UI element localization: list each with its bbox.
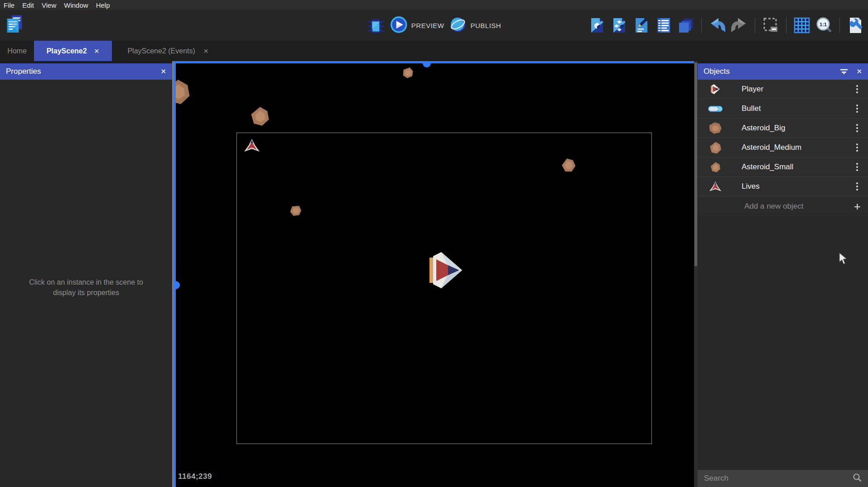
canvas-left-handle[interactable] bbox=[174, 281, 180, 289]
player-ship-icon bbox=[708, 82, 723, 96]
objects-close-icon[interactable]: ✕ bbox=[856, 67, 862, 76]
asteroid-instance[interactable] bbox=[289, 204, 302, 219]
layers-icon[interactable] bbox=[677, 16, 695, 34]
object-name: Player bbox=[742, 85, 854, 94]
canvas-vertical-scrollbar[interactable] bbox=[694, 61, 698, 487]
player-instance[interactable] bbox=[429, 250, 463, 292]
objects-search-input[interactable] bbox=[704, 474, 853, 483]
menu-window[interactable]: Window bbox=[64, 1, 88, 9]
tab-home-label: Home bbox=[7, 47, 27, 55]
scene-canvas[interactable]: 1164;239 bbox=[174, 61, 694, 487]
tab-bar: Home PlayScene2 ✕ PlayScene2 (Events) ✕ bbox=[0, 41, 868, 61]
asteroid-instance[interactable] bbox=[561, 158, 576, 175]
preview-button[interactable]: PREVIEW bbox=[391, 16, 444, 34]
toolbar-separator bbox=[786, 17, 786, 33]
menu-file[interactable]: File bbox=[4, 1, 14, 9]
objects-editor-icon[interactable] bbox=[588, 16, 606, 34]
object-row-asteroid-medium[interactable]: Asteroid_Medium bbox=[698, 138, 868, 158]
object-name: Asteroid_Small bbox=[742, 162, 854, 172]
menu-bar: File Edit View Window Help bbox=[0, 0, 868, 10]
preview-label: PREVIEW bbox=[411, 22, 444, 29]
publish-globe-icon bbox=[449, 16, 466, 34]
menu-edit[interactable]: Edit bbox=[22, 1, 34, 9]
tab-playscene2-events-label: PlayScene2 (Events) bbox=[127, 47, 195, 55]
object-row-asteroid-big[interactable]: Asteroid_Big bbox=[698, 119, 868, 138]
project-manager-icon[interactable] bbox=[5, 15, 24, 33]
scrollbar-thumb[interactable] bbox=[694, 62, 697, 266]
toolbar-separator bbox=[701, 17, 702, 33]
toolbar-separator bbox=[839, 17, 840, 33]
object-row-bullet[interactable]: Bullet bbox=[698, 99, 868, 119]
asteroid-instance[interactable] bbox=[250, 106, 270, 129]
main-area: Properties ✕ Click on an instance in the… bbox=[0, 61, 868, 487]
lives-ship-icon bbox=[708, 179, 723, 194]
asteroid-instance[interactable] bbox=[174, 78, 192, 107]
objects-panel-title: Objects bbox=[704, 67, 832, 76]
instances-list-icon[interactable] bbox=[655, 16, 673, 34]
play-icon bbox=[391, 16, 407, 34]
object-row-player[interactable]: Player bbox=[698, 80, 868, 99]
debug-icon[interactable] bbox=[367, 16, 385, 34]
lives-instance[interactable] bbox=[244, 138, 260, 155]
settings-wrench-icon[interactable] bbox=[846, 16, 864, 34]
mouse-cursor bbox=[838, 252, 848, 267]
objects-search-bar bbox=[698, 470, 868, 487]
asteroid-icon bbox=[708, 121, 723, 135]
toolbar-separator bbox=[755, 17, 755, 33]
object-menu-icon[interactable] bbox=[854, 122, 860, 134]
object-menu-icon[interactable] bbox=[854, 142, 860, 153]
objects-panel-header: Objects ✕ bbox=[698, 63, 868, 80]
object-name: Asteroid_Big bbox=[742, 124, 854, 133]
menu-help[interactable]: Help bbox=[96, 1, 110, 9]
object-row-asteroid-small[interactable]: Asteroid_Small bbox=[698, 158, 868, 177]
asteroid-instance[interactable] bbox=[402, 67, 414, 81]
asteroid-icon bbox=[708, 160, 723, 174]
svg-text:1:1: 1:1 bbox=[820, 22, 827, 27]
add-new-object-button[interactable]: Add a new object + bbox=[698, 196, 868, 216]
object-row-lives[interactable]: Lives bbox=[698, 177, 868, 196]
publish-button[interactable]: PUBLISH bbox=[449, 16, 501, 34]
tab-playscene2-events[interactable]: PlayScene2 (Events) ✕ bbox=[112, 41, 224, 61]
object-name: Asteroid_Medium bbox=[742, 143, 854, 152]
menu-view[interactable]: View bbox=[42, 1, 56, 9]
properties-panel: Properties ✕ Click on an instance in the… bbox=[0, 61, 174, 487]
object-menu-icon[interactable] bbox=[854, 103, 860, 115]
object-menu-icon[interactable] bbox=[854, 83, 860, 95]
object-groups-icon[interactable] bbox=[610, 16, 628, 34]
cursor-coordinates: 1164;239 bbox=[178, 472, 212, 481]
object-menu-icon[interactable] bbox=[854, 181, 860, 192]
properties-panel-body: Click on an instance in the scene to dis… bbox=[0, 80, 172, 487]
undo-icon[interactable] bbox=[708, 16, 726, 34]
properties-icon[interactable] bbox=[632, 16, 651, 34]
add-new-object-label: Add a new object bbox=[744, 202, 854, 211]
grid-icon[interactable] bbox=[793, 16, 811, 34]
properties-hint: Click on an instance in the scene to dis… bbox=[0, 277, 172, 298]
asteroid-icon bbox=[708, 140, 723, 155]
objects-panel: Objects ✕ P bbox=[698, 61, 868, 487]
plus-icon: + bbox=[854, 201, 861, 212]
tab-playscene2-close-icon[interactable]: ✕ bbox=[94, 48, 100, 55]
object-name: Bullet bbox=[742, 104, 854, 113]
filter-icon[interactable] bbox=[840, 68, 848, 75]
tab-playscene2-events-close-icon[interactable]: ✕ bbox=[203, 48, 209, 55]
deselect-instances-icon[interactable] bbox=[762, 16, 780, 34]
object-menu-icon[interactable] bbox=[854, 161, 860, 173]
object-name: Lives bbox=[742, 182, 854, 191]
publish-label: PUBLISH bbox=[470, 22, 501, 29]
properties-close-icon[interactable]: ✕ bbox=[160, 67, 166, 76]
redo-icon[interactable] bbox=[730, 16, 748, 34]
search-icon bbox=[853, 473, 862, 484]
properties-panel-title: Properties bbox=[6, 67, 152, 76]
tab-playscene2-label: PlayScene2 bbox=[47, 47, 87, 55]
bullet-icon bbox=[708, 101, 723, 116]
canvas-top-handle[interactable] bbox=[423, 61, 431, 67]
objects-list: Player Bullet bbox=[698, 80, 868, 487]
toolbar: PREVIEW PUBLISH bbox=[0, 10, 868, 41]
tab-home[interactable]: Home bbox=[0, 41, 34, 61]
zoom-original-icon[interactable]: 1:1 bbox=[815, 16, 833, 34]
properties-panel-header: Properties ✕ bbox=[0, 63, 172, 80]
tab-playscene2[interactable]: PlayScene2 ✕ bbox=[34, 41, 112, 61]
